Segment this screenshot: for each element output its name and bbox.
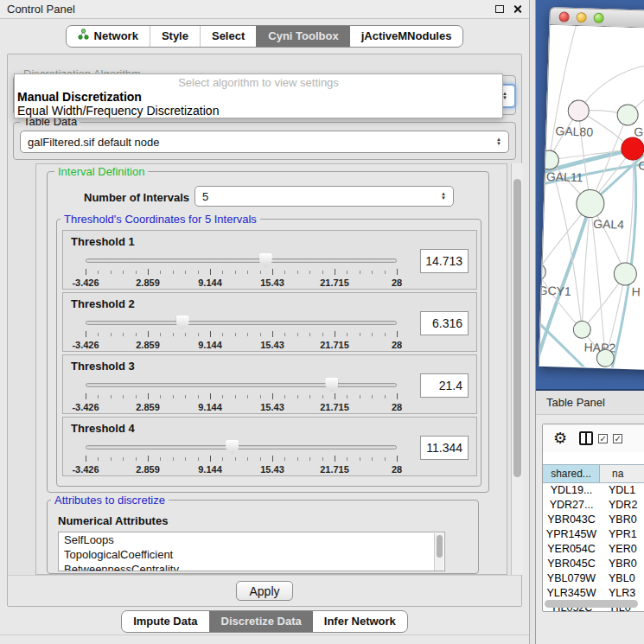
table-row[interactable]: YDR27...YDR2 <box>543 498 644 513</box>
panel-divider[interactable] <box>529 0 536 644</box>
tab-discretize-data[interactable]: Discretize Data <box>209 611 313 632</box>
table-row[interactable]: YBR045CYBR0 <box>543 557 644 571</box>
cell-name[interactable]: YBR0 <box>600 557 644 571</box>
cell-shared-name[interactable]: YDR27... <box>543 498 600 513</box>
table-row[interactable]: YBL079WYBL0 <box>543 571 644 586</box>
network-window[interactable]: GAL80GCGAL11GAL4GCY1HHAP2 <box>539 7 644 372</box>
network-canvas[interactable]: GAL80GCGAL11GAL4GCY1HHAP2 <box>539 25 644 371</box>
cell-shared-name[interactable]: YLR345W <box>543 586 600 601</box>
number-of-intervals-combo[interactable]: 5 ▲▼ <box>194 186 454 207</box>
cell-shared-name[interactable]: YPR145W <box>543 527 600 542</box>
slider-thumb[interactable] <box>325 378 338 392</box>
table-header-row: shared... na <box>543 464 644 483</box>
zoom-traffic-light[interactable] <box>593 12 603 22</box>
cell-shared-name[interactable]: YBR043C <box>543 513 600 527</box>
panel-title: Control Panel <box>7 3 495 16</box>
tab-jactivemnodules[interactable]: jActiveMNodules <box>350 26 463 47</box>
attribute-list-item[interactable]: SelfLoops <box>59 532 444 547</box>
scrollbar-thumb[interactable] <box>545 600 638 608</box>
column-header-name[interactable]: na <box>600 465 644 482</box>
tick-label: 9.144 <box>198 277 222 288</box>
slider-track[interactable] <box>86 383 397 387</box>
tab-label: Style <box>162 26 188 47</box>
tab-impute-data[interactable]: Impute Data <box>122 611 208 632</box>
apply-button[interactable]: Apply <box>236 581 293 601</box>
table-row[interactable]: YDL19...YDL1 <box>543 483 644 498</box>
table-row[interactable]: YER054CYER0 <box>543 542 644 557</box>
cell-name[interactable]: YLR3 <box>600 586 644 601</box>
cell-shared-name[interactable]: YBL079W <box>543 571 600 586</box>
cell-name[interactable]: YDL1 <box>600 483 644 498</box>
tab-select[interactable]: Select <box>200 26 256 47</box>
tab-cyni-toolbox[interactable]: Cyni Toolbox <box>256 26 349 47</box>
cell-name[interactable]: YPR1 <box>600 527 644 542</box>
network-node[interactable] <box>614 262 637 285</box>
minimize-traffic-light[interactable] <box>576 11 586 22</box>
threshold-label: Threshold 2 <box>71 297 135 310</box>
checkbox-icon[interactable]: ✓ <box>613 434 622 443</box>
threshold-slider[interactable]: -3.4262.8599.14415.4321.71528 <box>86 438 397 475</box>
table-row[interactable]: YPR145WYPR1 <box>543 527 644 542</box>
threshold-value-box[interactable]: 11.344 <box>420 436 469 460</box>
tab-network[interactable]: Network <box>67 26 150 47</box>
algorithm-option-manual[interactable]: Manual Discretization <box>15 90 502 104</box>
slider-track[interactable] <box>86 445 397 450</box>
network-node-label: C <box>638 158 644 172</box>
network-node[interactable] <box>573 321 591 339</box>
threshold-value-box[interactable]: 21.4 <box>420 373 469 398</box>
table-toolbar: ⚙ ✓ ✓ <box>543 424 644 452</box>
threshold-slider[interactable]: -3.4262.8599.14415.4321.71528 <box>86 376 397 412</box>
network-node[interactable] <box>539 150 559 170</box>
numerical-attributes-list[interactable]: SelfLoopsTopologicalCoefficientBetweenne… <box>58 532 445 571</box>
close-traffic-light[interactable] <box>558 11 569 22</box>
network-node[interactable] <box>568 100 590 122</box>
table-data-combo[interactable]: galFiltered.sif default node ▲▼ <box>20 131 509 153</box>
slider-thumb[interactable] <box>259 253 272 268</box>
tick-label: -3.426 <box>72 464 99 475</box>
cell-name[interactable]: YBL0 <box>600 571 644 586</box>
scrollbar-thumb[interactable] <box>513 179 521 477</box>
slider-track[interactable] <box>86 258 397 263</box>
threshold-slider[interactable]: -3.4262.8599.14415.4321.71528 <box>86 252 397 288</box>
cell-name[interactable]: YER0 <box>600 542 644 557</box>
gear-icon[interactable]: ⚙ <box>553 430 567 446</box>
threshold-panel: Threshold 3 -3.4262.8599.14415.4321.7152… <box>62 354 477 414</box>
float-window-icon[interactable] <box>495 5 504 13</box>
checkbox-icon[interactable]: ✓ <box>598 434 608 443</box>
cell-name[interactable]: YBR0 <box>600 513 644 527</box>
table-row[interactable]: YBR043CYBR0 <box>543 513 644 527</box>
cell-shared-name[interactable]: YBR045C <box>543 557 600 571</box>
network-node[interactable] <box>621 137 644 161</box>
attribute-list-item[interactable]: BetweennessCentrality <box>59 562 444 571</box>
table-row[interactable]: YLR345WYLR3 <box>543 586 644 601</box>
tick-label: -3.426 <box>72 340 99 350</box>
slider-ticks <box>86 269 397 276</box>
tick-label: 28 <box>392 340 402 350</box>
column-header-shared-name[interactable]: shared... <box>543 465 600 482</box>
slider-thumb[interactable] <box>176 316 189 330</box>
network-node-label: G <box>634 124 643 138</box>
network-node[interactable] <box>617 105 639 126</box>
algorithm-option-equal-width[interactable]: Equal Width/Frequency Discretization <box>15 104 502 118</box>
tab-style[interactable]: Style <box>150 26 200 47</box>
scrollbar-thumb[interactable] <box>437 535 443 558</box>
tick-label: -3.426 <box>72 277 99 288</box>
network-node[interactable] <box>576 189 604 218</box>
table-horizontal-scrollbar <box>545 600 644 608</box>
slider-track[interactable] <box>86 321 397 325</box>
threshold-slider[interactable]: -3.4262.8599.14415.4321.71528 <box>86 314 397 350</box>
threshold-value-box[interactable]: 6.316 <box>420 311 469 335</box>
cell-name[interactable]: YDR2 <box>600 498 644 513</box>
control-panel-titlebar: Control Panel <box>0 0 529 19</box>
network-node[interactable] <box>596 349 615 367</box>
close-icon[interactable] <box>513 4 522 14</box>
cell-shared-name[interactable]: YDL19... <box>543 483 600 498</box>
tab-label: Infer Network <box>324 611 396 632</box>
cell-shared-name[interactable]: YER054C <box>543 542 600 557</box>
network-node[interactable] <box>539 263 546 281</box>
attribute-list-item[interactable]: TopologicalCoefficient <box>59 547 444 562</box>
tab-infer-network[interactable]: Infer Network <box>313 611 407 632</box>
slider-thumb[interactable] <box>226 440 239 455</box>
threshold-value-box[interactable]: 14.713 <box>420 249 469 273</box>
column-layout-icon[interactable] <box>579 431 593 445</box>
